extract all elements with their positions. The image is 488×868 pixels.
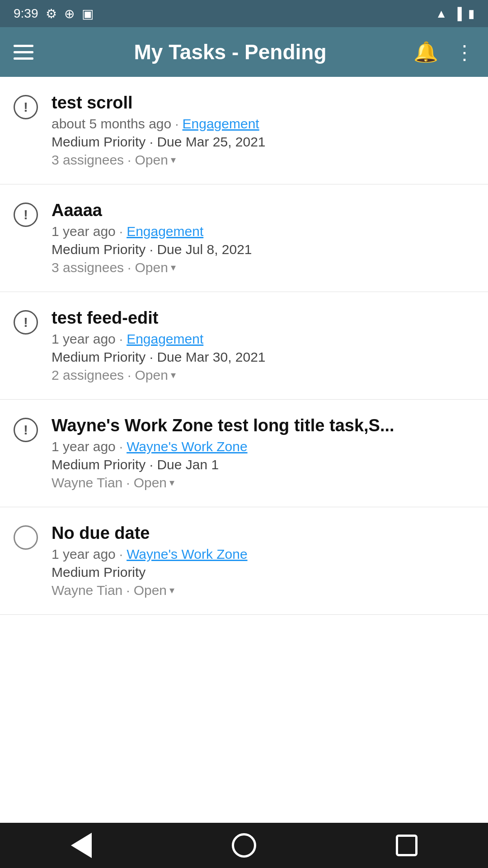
task-item[interactable]: No due date 1 year ago · Wayne's Work Zo… <box>0 507 488 615</box>
back-button[interactable] <box>68 832 95 859</box>
task-assignees: 3 assignees · Open ▾ <box>52 260 474 275</box>
hamburger-line-1 <box>14 45 33 47</box>
task-title: No due date <box>52 524 474 543</box>
task-time: about 5 months ago <box>52 116 171 132</box>
task-project-link[interactable]: Engagement <box>127 224 203 239</box>
home-icon <box>232 833 256 858</box>
task-assignees: Wayne Tian · Open ▾ <box>52 583 474 598</box>
task-meta: 1 year ago · Wayne's Work Zone <box>52 439 474 454</box>
task-list: ! test scroll about 5 months ago · Engag… <box>0 77 488 615</box>
task-priority: Medium Priority · Due Mar 30, 2021 <box>52 349 474 365</box>
task-project-link[interactable]: Wayne's Work Zone <box>127 547 247 562</box>
back-icon <box>71 833 92 858</box>
chevron-down-icon: ▾ <box>171 154 176 166</box>
battery-icon <box>468 6 474 21</box>
hamburger-line-2 <box>14 51 33 53</box>
task-time: 1 year ago <box>52 547 116 562</box>
gear-icon <box>46 6 57 21</box>
notifications-button[interactable]: 🔔 <box>413 40 438 64</box>
task-icon-circle <box>14 525 38 550</box>
app-bar: My Tasks - Pending 🔔 ⋮ <box>0 27 488 77</box>
task-meta: about 5 months ago · Engagement <box>52 116 474 132</box>
wifi-icon <box>436 6 447 21</box>
task-title: Wayne's Work Zone test long title task,S… <box>52 416 474 435</box>
task-item[interactable]: ! test feed-edit 1 year ago · Engagement… <box>0 292 488 400</box>
task-content: No due date 1 year ago · Wayne's Work Zo… <box>52 524 474 598</box>
status-bar-right <box>436 6 474 21</box>
task-content: test feed-edit 1 year ago · Engagement M… <box>52 308 474 383</box>
task-item[interactable]: ! Wayne's Work Zone test long title task… <box>0 400 488 507</box>
bottom-nav <box>0 823 488 868</box>
task-time: 1 year ago <box>52 224 116 239</box>
task-time: 1 year ago <box>52 439 116 454</box>
signal-icon <box>454 6 462 21</box>
chevron-down-icon: ▾ <box>169 477 174 489</box>
chevron-down-icon: ▾ <box>171 369 176 381</box>
task-icon-exclaim: ! <box>14 310 38 335</box>
chevron-down-icon: ▾ <box>169 585 174 596</box>
task-title: test scroll <box>52 93 474 113</box>
task-status-dropdown[interactable]: Open ▾ <box>135 368 175 383</box>
task-content: test scroll about 5 months ago · Engagem… <box>52 93 474 168</box>
more-options-button[interactable]: ⋮ <box>455 41 474 64</box>
task-status-dropdown[interactable]: Open ▾ <box>134 475 174 491</box>
task-status-dropdown[interactable]: Open ▾ <box>135 152 175 168</box>
status-bar: 9:39 <box>0 0 488 27</box>
task-priority: Medium Priority · Due Mar 25, 2021 <box>52 134 474 150</box>
task-assignees: Wayne Tian · Open ▾ <box>52 475 474 491</box>
task-meta: 1 year ago · Engagement <box>52 331 474 347</box>
task-title: test feed-edit <box>52 308 474 328</box>
task-time: 1 year ago <box>52 331 116 347</box>
task-item[interactable]: ! test scroll about 5 months ago · Engag… <box>0 77 488 184</box>
task-content: Aaaaa 1 year ago · Engagement Medium Pri… <box>52 201 474 275</box>
task-assignees: 2 assignees · Open ▾ <box>52 368 474 383</box>
shield-icon <box>64 6 75 21</box>
task-icon-exclaim: ! <box>14 95 38 119</box>
task-assignees: 3 assignees · Open ▾ <box>52 152 474 168</box>
chevron-down-icon: ▾ <box>171 262 176 274</box>
task-meta: 1 year ago · Wayne's Work Zone <box>52 547 474 562</box>
task-priority: Medium Priority · Due Jan 1 <box>52 457 474 472</box>
home-button[interactable] <box>230 832 258 859</box>
hamburger-line-3 <box>14 57 33 60</box>
page-title: My Tasks - Pending <box>47 40 413 64</box>
task-meta: 1 year ago · Engagement <box>52 224 474 239</box>
task-status-dropdown[interactable]: Open ▾ <box>134 583 174 598</box>
task-icon-exclaim: ! <box>14 203 38 227</box>
status-bar-left: 9:39 <box>14 6 94 21</box>
time-display: 9:39 <box>14 6 38 21</box>
task-project-link[interactable]: Engagement <box>183 116 259 132</box>
task-title: Aaaaa <box>52 201 474 220</box>
recents-button[interactable] <box>393 832 420 859</box>
task-project-link[interactable]: Engagement <box>127 331 203 347</box>
task-status-dropdown[interactable]: Open ▾ <box>135 260 175 275</box>
task-item[interactable]: ! Aaaaa 1 year ago · Engagement Medium P… <box>0 184 488 292</box>
task-project-link[interactable]: Wayne's Work Zone <box>127 439 247 454</box>
task-priority: Medium Priority <box>52 565 474 580</box>
app-bar-icons: 🔔 ⋮ <box>413 40 474 64</box>
recents-icon <box>396 835 418 856</box>
clipboard-icon <box>82 6 94 21</box>
task-priority: Medium Priority · Due Jul 8, 2021 <box>52 242 474 257</box>
task-icon-exclaim: ! <box>14 418 38 442</box>
task-content: Wayne's Work Zone test long title task,S… <box>52 416 474 491</box>
menu-button[interactable] <box>14 45 33 60</box>
